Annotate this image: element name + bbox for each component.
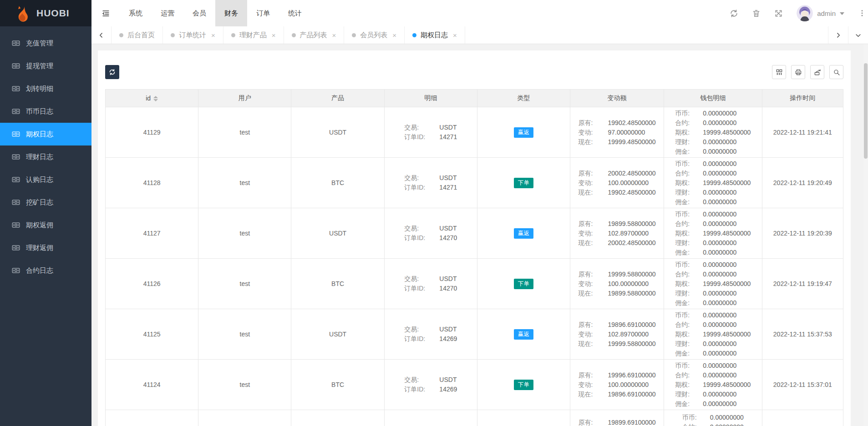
search-button[interactable] — [829, 65, 843, 79]
sort-icon[interactable] — [153, 96, 158, 101]
top-nav-item-operation[interactable]: 运营 — [152, 0, 183, 26]
cell-type: 赢返 — [477, 208, 570, 259]
change-block: 原有:19896.69100000变动:102.89700000现在:19999… — [579, 320, 656, 349]
sidebar-item-withdraw[interactable]: 提现管理 — [0, 55, 91, 77]
tab-home[interactable]: 后台首页 — [112, 26, 163, 44]
admin-dropdown[interactable]: admin — [797, 5, 844, 21]
kv-label: 理财: — [675, 289, 697, 298]
kv-row: 期权:19999.48500000 — [675, 178, 751, 188]
kv-value: 19902.48500000 — [608, 118, 656, 128]
scrollbar-thumb[interactable] — [864, 63, 868, 159]
kv-label: 期权: — [675, 128, 697, 137]
sidebar-item-option-rebate[interactable]: 期权返佣 — [0, 214, 91, 236]
kv-row: 币币:0.00000000 — [675, 260, 751, 270]
kv-value: 0.00000000 — [703, 169, 736, 178]
tab-status-dot — [412, 33, 416, 37]
detail-block: 交易:USDT订单ID:14271 — [404, 173, 457, 192]
tab-product-list[interactable]: 产品列表× — [284, 26, 345, 44]
kv-label: 交易: — [404, 173, 433, 183]
kv-label: 期权: — [675, 229, 697, 238]
tab-order-stats[interactable]: 订单统计× — [163, 26, 223, 44]
export-button[interactable] — [810, 65, 824, 79]
cell-detail: 交易:USDT订单ID:14270 — [384, 208, 477, 259]
more-menu-button[interactable] — [858, 9, 866, 17]
sidebar-item-transfer[interactable]: 划转明细 — [0, 77, 91, 100]
top-nav-item-member[interactable]: 会员 — [183, 0, 215, 26]
tab-member-list[interactable]: 会员列表× — [344, 26, 405, 44]
fullscreen-button[interactable] — [774, 9, 783, 18]
refresh-table-button[interactable] — [105, 65, 119, 79]
tabs-menu-button[interactable] — [848, 26, 868, 44]
top-nav-item-order[interactable]: 订单 — [247, 0, 279, 26]
banknote-icon — [12, 198, 20, 206]
column-header-0: id — [106, 90, 198, 107]
kv-row: 订单ID:14270 — [404, 233, 457, 243]
kv-label: 变动: — [579, 279, 602, 289]
brand-logo[interactable]: HUOBI — [0, 0, 91, 26]
cell-user: test — [198, 107, 291, 158]
kv-row: 佣金:0.00000000 — [675, 197, 751, 207]
kv-label: 理财: — [675, 238, 697, 248]
kv-row: 理财:0.00000000 — [675, 137, 751, 147]
kv-value: 19999.48500000 — [703, 279, 751, 289]
sidebar-item-label: 期权返佣 — [26, 221, 53, 230]
column-label: 钱包明细 — [700, 94, 726, 101]
print-button[interactable] — [791, 65, 805, 79]
huobi-flame-icon — [14, 5, 31, 22]
column-label: 产品 — [331, 94, 344, 101]
cell-product: USDT — [291, 208, 384, 259]
wallet-block: 币币:0.00000000合约:0.00000000期权:19999.48500… — [675, 311, 751, 358]
close-icon[interactable]: × — [392, 32, 396, 39]
close-icon[interactable]: × — [211, 32, 215, 39]
kv-value: 19896.69100000 — [608, 390, 656, 399]
kv-row: 原有:19996.69100000 — [579, 371, 656, 380]
sidebar-item-option-log[interactable]: 期权日志 — [0, 123, 91, 145]
tab-label: 理财产品 — [239, 31, 267, 40]
export-icon — [814, 69, 821, 76]
sidebar: HUOBI 充值管理提现管理划转明细币币日志期权日志理财日志认购日志挖矿日志期权… — [0, 0, 91, 426]
tabs-scroll-left-button[interactable] — [91, 26, 112, 44]
kv-value: 0.00000000 — [703, 248, 736, 257]
kv-label: 期权: — [675, 178, 697, 188]
sidebar-item-contract-log[interactable]: 合约日志 — [0, 259, 91, 282]
cell-time: 2022-12-11 19:20:39 — [762, 208, 843, 259]
kv-value: 19899.58800000 — [608, 289, 656, 298]
cell-detail — [384, 410, 477, 426]
top-nav-item-system[interactable]: 系统 — [120, 0, 152, 26]
kv-value: 0.00000000 — [703, 159, 736, 169]
scrollbar[interactable] — [863, 44, 868, 426]
close-icon[interactable]: × — [272, 32, 276, 39]
sidebar-item-spot-log[interactable]: 币币日志 — [0, 100, 91, 123]
kv-label: 现在: — [579, 188, 602, 197]
cell-user: test — [198, 208, 291, 259]
tabs-scroll-right-button[interactable] — [828, 26, 848, 44]
search-icon — [833, 69, 840, 76]
change-block: 原有:19899.69100000 — [579, 410, 656, 426]
top-nav-item-stats[interactable]: 统计 — [279, 0, 311, 26]
sidebar-item-label: 划转明细 — [26, 85, 53, 93]
top-nav-item-finance[interactable]: 财务 — [215, 0, 247, 26]
kv-value: 0.00000000 — [703, 361, 736, 371]
wallet-block: 币币:0.00000000合约:0.00000000期权:19999.48500… — [675, 361, 751, 409]
sidebar-item-finance-rebate[interactable]: 理财返佣 — [0, 236, 91, 259]
clear-cache-button[interactable] — [752, 9, 761, 18]
collapse-sidebar-button[interactable] — [91, 0, 120, 26]
kv-row: 交易:USDT — [404, 274, 457, 284]
kv-label: 订单ID: — [404, 233, 433, 243]
close-icon[interactable]: × — [332, 32, 336, 39]
tab-option-log[interactable]: 期权日志× — [405, 26, 465, 44]
sidebar-item-finance-log[interactable]: 理财日志 — [0, 145, 91, 168]
columns-button[interactable] — [772, 65, 786, 79]
sidebar-item-subscribe-log[interactable]: 认购日志 — [0, 168, 91, 191]
cell-id: 41125 — [106, 309, 198, 360]
refresh-page-button[interactable] — [730, 9, 738, 18]
sidebar-item-recharge[interactable]: 充值管理 — [0, 32, 91, 55]
kv-value: 0.00000000 — [703, 219, 736, 229]
banknote-icon — [12, 244, 20, 252]
kv-label: 变动: — [579, 178, 602, 188]
close-icon[interactable]: × — [453, 32, 457, 39]
sidebar-item-mining-log[interactable]: 挖矿日志 — [0, 191, 91, 214]
tab-finance-product[interactable]: 理财产品× — [223, 26, 284, 44]
sort-desc-icon — [153, 99, 158, 101]
table-row-partial: 原有:19899.69100000币币:0.00000000合约:0.00000… — [106, 410, 843, 426]
